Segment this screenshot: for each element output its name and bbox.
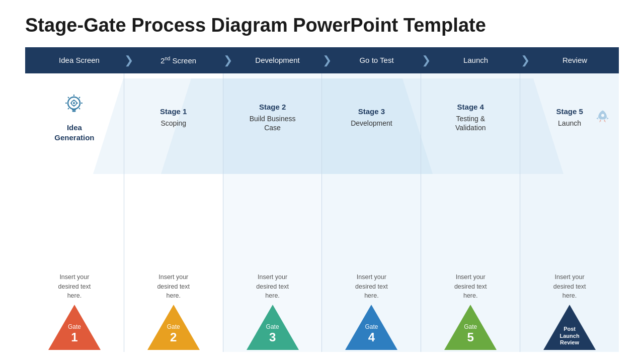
svg-rect-13 xyxy=(73,100,74,101)
page-title: Stage-Gate Process Diagram PowerPoint Te… xyxy=(25,15,619,36)
svg-line-7 xyxy=(68,97,69,98)
gate-1-container: Gate 1 xyxy=(48,305,101,350)
gate-5-num: 5 xyxy=(464,331,477,344)
stage5-sub: Launch xyxy=(558,119,581,128)
header-label-idea: Idea Screen xyxy=(59,56,100,64)
col-stage5: Stage 5 Launch Insert yourdesired texthe… xyxy=(520,73,619,352)
desc-4: Insert yourdesired texthere. xyxy=(449,273,492,305)
stage2-area: Stage 2 Build BusinessCase xyxy=(223,73,322,161)
svg-rect-15 xyxy=(70,103,72,104)
idea-label: IdeaGeneration xyxy=(54,123,94,142)
stage3-label: Stage 3 xyxy=(358,107,385,117)
stage4-sub: Testing &Validation xyxy=(455,114,486,132)
idea-icon xyxy=(60,92,88,120)
stage1-label: Stage 1 xyxy=(160,107,187,117)
col-stage4: Stage 4 Testing &Validation Insert yourd… xyxy=(421,73,520,352)
col-stage1: Stage 1 Scoping Insert yourdesired texth… xyxy=(124,73,223,352)
header-item-test: Go to Test xyxy=(333,47,421,73)
stage3-sub: Development xyxy=(351,119,392,128)
gate-4-container: Gate 4 xyxy=(345,305,397,350)
header-item-idea: Idea Screen xyxy=(25,47,123,73)
col-stage3: Stage 3 Development Insert yourdesired t… xyxy=(322,73,421,352)
idea-icon-area: IdeaGeneration xyxy=(25,73,124,161)
stage3-area: Stage 3 Development xyxy=(322,73,421,161)
post-launch-container: PostLaunchReview xyxy=(543,305,596,350)
chevron-1: ❯ xyxy=(123,54,134,67)
columns-wrapper: IdeaGeneration Insert yourdesired texthe… xyxy=(25,73,619,352)
desc-3: Insert yourdesired texthere. xyxy=(350,273,393,305)
header-label-review: Review xyxy=(562,56,587,64)
chevron-2: ❯ xyxy=(222,54,233,67)
svg-rect-14 xyxy=(73,105,74,107)
col-stage2: Stage 2 Build BusinessCase Insert yourde… xyxy=(223,73,323,352)
desc-1: Insert yourdesired texthere. xyxy=(152,273,195,305)
header-item-2nd: 2nd Screen xyxy=(134,47,222,73)
gate-4-num: 4 xyxy=(365,331,378,344)
header-bar: Idea Screen ❯ 2nd Screen ❯ Development ❯… xyxy=(25,47,619,73)
chevron-3: ❯ xyxy=(321,54,333,67)
desc-0: Insert yourdesired texthere. xyxy=(53,273,96,305)
header-item-review: Review xyxy=(531,47,619,73)
stage2-sub: Build BusinessCase xyxy=(250,114,296,132)
header-item-launch: Launch xyxy=(432,47,520,73)
svg-rect-18 xyxy=(72,111,76,112)
rocket-icon xyxy=(594,109,611,126)
col-idea: IdeaGeneration Insert yourdesired texthe… xyxy=(25,73,124,352)
gate-3-num: 3 xyxy=(266,331,279,344)
stage4-label: Stage 4 xyxy=(457,102,484,112)
header-label-launch: Launch xyxy=(463,56,488,64)
gate-2-num: 2 xyxy=(167,331,180,344)
header-label-dev: Development xyxy=(255,56,299,64)
svg-rect-17 xyxy=(72,109,76,111)
svg-line-8 xyxy=(79,108,80,109)
desc-5: Insert yourdesired texthere. xyxy=(548,273,591,305)
gate-1-num: 1 xyxy=(68,331,81,344)
stage5-label: Stage 5 xyxy=(556,107,583,117)
chevron-5: ❯ xyxy=(520,54,531,67)
svg-line-9 xyxy=(79,97,80,98)
stage1-sub: Scoping xyxy=(160,119,186,128)
stage2-label: Stage 2 xyxy=(259,102,286,112)
header-item-dev: Development xyxy=(233,47,321,73)
page: Stage-Gate Process Diagram PowerPoint Te… xyxy=(0,0,644,362)
header-label-test: Go to Test xyxy=(359,56,393,64)
svg-line-10 xyxy=(68,108,69,109)
gate-2-container: Gate 2 xyxy=(147,305,200,350)
chevron-4: ❯ xyxy=(421,54,432,67)
svg-point-19 xyxy=(601,114,604,117)
svg-point-12 xyxy=(73,102,75,104)
header-label-2nd: 2nd Screen xyxy=(160,56,196,65)
desc-2: Insert yourdesired texthere. xyxy=(251,273,294,305)
stage5-area: Stage 5 Launch xyxy=(520,73,619,161)
svg-rect-16 xyxy=(76,103,78,104)
gate-3-container: Gate 3 xyxy=(247,305,299,350)
stage1-area: Stage 1 Scoping xyxy=(124,73,223,161)
stage4-area: Stage 4 Testing &Validation xyxy=(421,73,520,161)
gate-5-container: Gate 5 xyxy=(444,305,497,350)
post-launch-label: PostLaunchReview xyxy=(547,326,592,346)
